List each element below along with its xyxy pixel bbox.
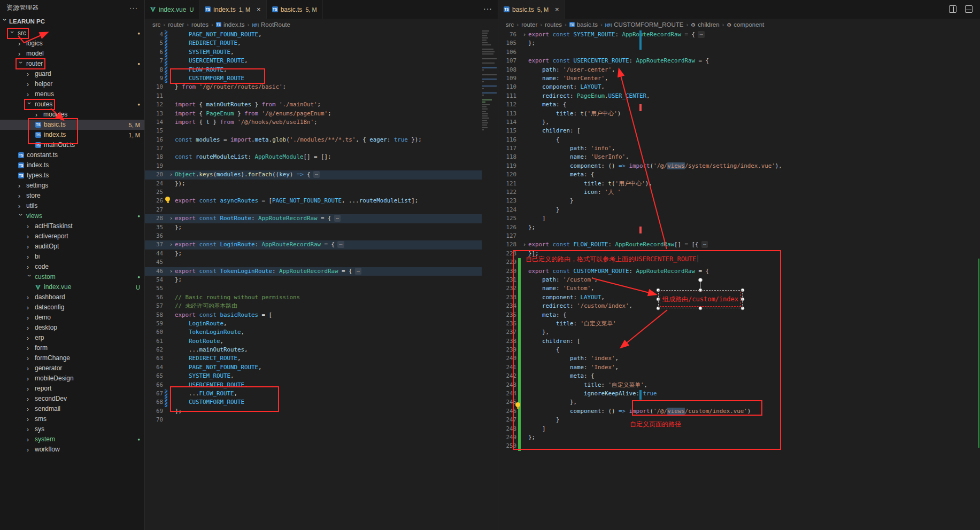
tree-item-sms[interactable]: ›sms (0, 414, 144, 424)
tree-item-demo[interactable]: ›demo (0, 313, 144, 323)
code-line-54[interactable]: 54}; (145, 276, 482, 284)
breadcrumb-item-router[interactable]: router (521, 21, 537, 28)
tree-item-actHiTaskinst[interactable]: ›actHiTaskinst (0, 221, 144, 231)
code-line-56[interactable]: 56// Basic routing without permissions (145, 293, 482, 302)
code-line-19[interactable]: 19 (145, 162, 482, 170)
code-line-105[interactable]: 105}; (498, 39, 980, 48)
code-line-9[interactable]: 9 CUSTOMFORM_ROUTE (145, 74, 482, 83)
code-line-240[interactable]: 240 path: 'index', (498, 354, 980, 363)
tree-item-types.ts[interactable]: TStypes.ts (0, 170, 144, 181)
code-line-27[interactable]: 27 (145, 206, 482, 214)
code-line-15[interactable]: 15 (145, 127, 482, 135)
code-line-76[interactable]: 76›export const SYSTEM_ROUTE: AppRouteRe… (498, 30, 980, 39)
folded-ellipsis[interactable]: ⋯ (334, 215, 341, 222)
fold-chevron-icon[interactable]: › (167, 170, 175, 179)
code-line-112[interactable]: 112 meta: { (498, 100, 980, 109)
tree-item-system[interactable]: ›system● (0, 434, 144, 445)
code-line-249[interactable]: 249}; (498, 433, 980, 442)
code-line-17[interactable]: 17 (145, 144, 482, 153)
code-line-109[interactable]: 109 name: 'UserCenter', (498, 74, 980, 83)
code-line-108[interactable]: 108 path: '/user-center', (498, 66, 980, 74)
code-line-60[interactable]: 60 TokenLoginRoute, (145, 328, 482, 337)
code-line-24[interactable]: 24}); (145, 180, 482, 188)
tree-item-src[interactable]: ›src● (0, 28, 144, 38)
code-line-235[interactable]: 235 meta: { (498, 311, 980, 319)
breadcrumb-item-routes[interactable]: routes (545, 21, 562, 28)
code-line-110[interactable]: 110 component: LAYOUT, (498, 83, 980, 91)
code-line-246[interactable]: 246 component: () => import('/@/views/cu… (498, 407, 980, 416)
tree-item-settings[interactable]: ›settings (0, 181, 144, 191)
folded-ellipsis[interactable]: ⋯ (698, 31, 705, 38)
breadcrumb-item-RootRoute[interactable]: [@]RootRoute (252, 21, 290, 28)
code-line-236[interactable]: 236 title: '自定义菜单' (498, 319, 980, 328)
code-line-6[interactable]: 6 SYSTEM_ROUTE, (145, 48, 482, 57)
code-line-16[interactable]: 16const modules = import.meta.glob('./mo… (145, 136, 482, 144)
code-line-111[interactable]: 111 redirect: PageEnum.USER_CENTER, (498, 92, 980, 100)
code-line-250[interactable]: 250 (498, 442, 980, 450)
tree-item-constant.ts[interactable]: TSconstant.ts (0, 150, 144, 160)
tree-item-views[interactable]: ›views● (0, 211, 144, 221)
tree-item-menus[interactable]: ›menus (0, 89, 144, 99)
minimap[interactable] (482, 30, 497, 530)
code-line-119[interactable]: 119 component: () => import('/@/views/sy… (498, 162, 980, 170)
tree-item-custom[interactable]: ›custom● (0, 272, 144, 282)
code-line-12[interactable]: 12import { mainOutRoutes } from './mainO… (145, 100, 482, 109)
explorer-more-actions-icon[interactable]: ··· (129, 4, 138, 12)
code-line-120[interactable]: 120 meta: { (498, 170, 980, 179)
code-line-107[interactable]: 107export const USERCENTER_ROUTE: AppRou… (498, 57, 980, 65)
breadcrumb-item-router[interactable]: router (168, 21, 184, 28)
tree-item-report[interactable]: ›report (0, 384, 144, 394)
code-line-231[interactable]: 231 path: '/custom', (498, 276, 980, 284)
code-line-244[interactable]: 244 ignoreKeepAlive: true (498, 389, 980, 398)
folded-ellipsis[interactable]: ⋯ (313, 171, 320, 178)
breadcrumb-item-CUSTOMFORM_ROUTE[interactable]: [@]CUSTOMFORM_ROUTE (605, 21, 684, 28)
code-line-124[interactable]: 124 } (498, 206, 980, 214)
tree-item-secondDev[interactable]: ›secondDev (0, 394, 144, 404)
code-line-58[interactable]: 58export const basicRoutes = [ (145, 311, 482, 319)
workspace-section-header[interactable]: › LEARUN PC (0, 15, 144, 27)
code-line-121[interactable]: 121 title: t('用户中心'), (498, 180, 980, 188)
fold-chevron-icon[interactable]: › (167, 214, 175, 223)
code-line-122[interactable]: 122 icon: '人 ' (498, 188, 980, 197)
code-line-70[interactable]: 70 (145, 416, 482, 424)
code-line-59[interactable]: 59 LoginRoute, (145, 319, 482, 328)
tree-item-sendmail[interactable]: ›sendmail (0, 404, 144, 414)
tree-item-logics[interactable]: ›logics (0, 38, 144, 49)
close-icon[interactable]: × (257, 6, 261, 13)
code-line-237[interactable]: 237 }, (498, 328, 980, 337)
code-line-18[interactable]: 18const routeModuleList: AppRouteModule[… (145, 153, 482, 161)
tree-item-index.vue[interactable]: index.vueU (0, 282, 144, 292)
code-line-241[interactable]: 241 name: 'Index', (498, 363, 980, 372)
code-line-117[interactable]: 117 path: 'info', (498, 144, 980, 153)
code-line-245[interactable]: 245 }, (498, 398, 980, 407)
code-line-243[interactable]: 243 title: '自定义菜单', (498, 381, 980, 389)
code-line-10[interactable]: 10} from '/@/router/routes/basic'; (145, 83, 482, 91)
code-line-229[interactable]: 229 (498, 258, 980, 267)
code-line-115[interactable]: 115 children: [ (498, 127, 980, 135)
tree-item-guard[interactable]: ›guard (0, 69, 144, 79)
code-line-233[interactable]: 233 component: LAYOUT, (498, 293, 980, 302)
lightbulb-icon[interactable] (165, 197, 170, 201)
code-line-8[interactable]: 8 FLOW_ROUTE, (145, 66, 482, 74)
code-line-114[interactable]: 114 }, (498, 118, 980, 127)
code-line-69[interactable]: 69]; (145, 407, 482, 416)
tree-item-code[interactable]: ›code (0, 262, 144, 272)
code-line-64[interactable]: 64 PAGE_NOT_FOUND_ROUTE, (145, 363, 482, 372)
fold-chevron-icon[interactable]: › (521, 30, 528, 39)
close-icon[interactable]: × (555, 6, 559, 13)
code-line-238[interactable]: 238 children: [ (498, 337, 980, 346)
breadcrumb-item-children[interactable]: ⚙children (691, 21, 719, 28)
breadcrumb-item-index.ts[interactable]: TSindex.ts (216, 21, 245, 28)
tree-item-basic.ts[interactable]: TSbasic.ts5, M (0, 120, 144, 130)
code-line-11[interactable]: 11 (145, 92, 482, 100)
code-line-242[interactable]: 242 meta: { (498, 372, 980, 380)
tree-item-dashboard[interactable]: ›dashboard (0, 292, 144, 302)
tree-item-workflow[interactable]: ›workflow (0, 445, 144, 455)
tree-item-model[interactable]: ›model (0, 49, 144, 59)
code-line-13[interactable]: 13import { PageEnum } from '/@/enums/pag… (145, 110, 482, 118)
tree-item-desktop[interactable]: ›desktop (0, 323, 144, 333)
fold-chevron-icon[interactable]: › (167, 267, 175, 276)
tree-item-erp[interactable]: ›erp (0, 333, 144, 343)
code-line-37[interactable]: 37›export const LoginRoute: AppRouteReco… (145, 240, 482, 249)
code-line-230[interactable]: 230export const CUSTOMFORM_ROUTE: AppRou… (498, 267, 980, 276)
